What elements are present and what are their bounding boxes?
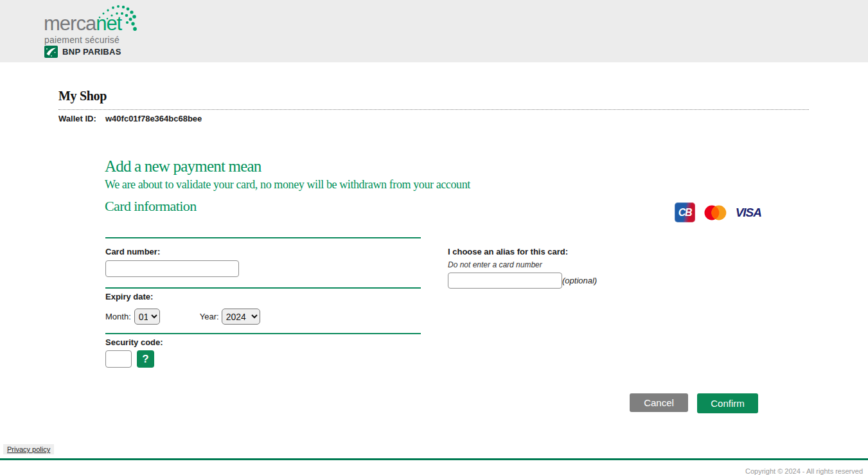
mastercard-icon <box>704 205 727 220</box>
page-title: My Shop <box>58 89 107 103</box>
validate-card-subheading: We are about to validate your card, no m… <box>105 178 470 192</box>
security-code-input[interactable] <box>105 350 132 368</box>
alias-optional-note: (optional) <box>562 276 597 285</box>
privacy-policy-link[interactable]: Privacy policy <box>3 444 54 454</box>
mercanet-logo: mercanet paiement sécurisé BNP PARIBAS <box>44 5 185 60</box>
logo-tagline: paiement sécurisé <box>44 35 120 45</box>
bnp-paribas-icon <box>44 46 58 58</box>
footer-divider <box>0 458 868 460</box>
expiry-row: Month: 01 Year: 2024 <box>105 309 260 325</box>
alias-section: I choose an alias for this card: Do not … <box>448 247 641 256</box>
form-divider <box>105 287 421 289</box>
visa-icon: VISA <box>736 206 761 220</box>
bnp-paribas-name: BNP PARIBAS <box>62 47 121 57</box>
expiry-date-label: Expiry date: <box>105 292 153 301</box>
cb-card-icon: CB <box>675 202 695 222</box>
month-label: Month: <box>105 312 131 321</box>
alias-input[interactable] <box>448 273 562 289</box>
security-code-label: Security code: <box>105 337 163 347</box>
year-label: Year: <box>200 312 219 321</box>
security-code-row: ? <box>105 350 154 368</box>
card-number-input[interactable] <box>105 260 239 277</box>
logo-text-net: net <box>96 12 121 35</box>
payment-page: mercanet paiement sécurisé BNP PARIBAS M… <box>0 0 868 475</box>
form-divider <box>105 333 421 334</box>
wallet-id-value: w40fc01f78e364bc68bee <box>105 114 202 123</box>
header-bar: mercanet paiement sécurisé BNP PARIBAS <box>0 0 868 62</box>
title-divider <box>58 109 809 110</box>
add-payment-heading: Add a new payment mean <box>105 157 261 175</box>
expiry-year-select[interactable]: 2024 <box>222 309 260 325</box>
alias-hint: Do not enter a card number <box>448 260 542 269</box>
logo-wordmark: mercanet <box>44 14 121 33</box>
alias-input-row: (optional) <box>448 273 597 289</box>
cancel-button[interactable]: Cancel <box>630 393 688 412</box>
confirm-button[interactable]: Confirm <box>697 393 758 413</box>
bnp-paribas-logo: BNP PARIBAS <box>44 46 121 58</box>
card-information-heading: Card information <box>105 198 197 215</box>
card-number-label: Card number: <box>105 247 160 256</box>
alias-label: I choose an alias for this card: <box>448 247 641 256</box>
expiry-month-select[interactable]: 01 <box>134 309 160 325</box>
accepted-card-brands: CB VISA <box>675 201 761 224</box>
form-divider <box>105 237 421 238</box>
security-code-help-button[interactable]: ? <box>137 350 154 368</box>
logo-text-merca: merca <box>44 12 96 35</box>
copyright-text: Copyright © 2024 - All rights reserved <box>745 467 863 475</box>
wallet-id-label: Wallet ID: <box>58 114 96 123</box>
